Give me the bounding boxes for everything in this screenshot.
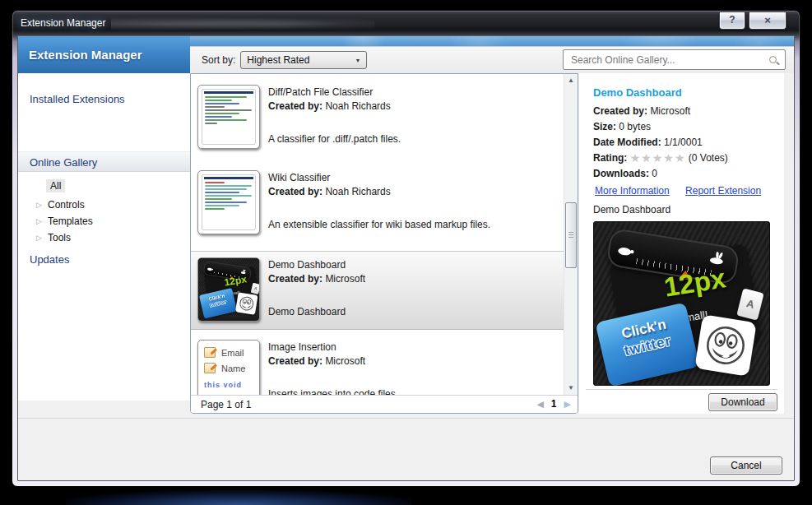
extension-list: Diff/Patch File Classifier Created by: N… — [190, 73, 578, 414]
more-information-link[interactable]: More Information — [595, 185, 670, 197]
details-date-modified: Date Modified: 1/1/0001 — [593, 137, 703, 148]
demo-dashboard-art: size 12px too small! A — [198, 258, 260, 318]
sort-dropdown-value: Highest Rated — [247, 54, 309, 66]
tree-item-all-label: All — [46, 179, 65, 192]
details-rating: Rating: ★★★★★ (0 Votes) — [593, 151, 728, 164]
field-pencil-icon — [204, 347, 216, 358]
help-icon: ? — [729, 14, 735, 25]
chevron-right-icon[interactable]: ▷ — [36, 197, 42, 212]
sidebar-item-installed-extensions[interactable]: Installed Extensions — [18, 90, 190, 109]
chevron-right-icon[interactable]: ▷ — [36, 214, 42, 229]
extension-list-rows: Diff/Patch File Classifier Created by: N… — [191, 74, 564, 395]
scroll-up-icon[interactable]: ▲ — [564, 74, 578, 87]
extension-author-line: Created by: Noah Richards — [268, 100, 391, 112]
header-brand: Extension Manager — [18, 36, 190, 73]
search-box[interactable] — [563, 49, 786, 70]
extension-preview-image: size 12px too small! A Click'n twitte — [593, 221, 770, 386]
smiley-card — [235, 292, 258, 315]
click-n-twitter-card: Click'n twitter — [595, 302, 699, 386]
download-button[interactable]: Download — [708, 393, 777, 411]
tree-item-controls[interactable]: ▷ Controls — [18, 197, 190, 212]
tree-item-all[interactable]: All — [18, 178, 190, 193]
scroll-down-icon[interactable]: ▼ — [564, 382, 578, 395]
tree-item-templates[interactable]: ▷ Templates — [18, 214, 190, 229]
list-item-wiki-classifier[interactable]: Wiki Classifier Created by: Noah Richard… — [191, 164, 564, 251]
thumb-email-label: Email — [221, 348, 244, 358]
sidebar-item-online-gallery[interactable]: Online Gallery — [18, 151, 190, 172]
sort-by-label: Sort by: — [202, 54, 235, 66]
list-item-image-insertion[interactable]: Email Name this void Image Insertion — [191, 334, 564, 395]
tree-item-templates-label: Templates — [48, 215, 93, 227]
page-title: Extension Manager — [29, 36, 142, 73]
created-by-label: Created by: — [268, 355, 322, 367]
smiley-icon — [701, 321, 749, 369]
details-title: Demo Dashboard — [593, 86, 682, 99]
extension-title: Image Insertion — [268, 341, 336, 353]
extension-thumbnail — [197, 170, 260, 234]
smiley-card — [694, 314, 757, 377]
extension-description: An extensible classifier for wiki based … — [268, 219, 490, 230]
votes-count: (0 Votes) — [689, 152, 728, 164]
details-downloads: Downloads: 0 — [593, 168, 657, 179]
list-item-demo-dashboard-selected[interactable]: size 12px too small! A — [191, 251, 564, 330]
turtle-icon — [616, 243, 636, 257]
footer-divider — [18, 418, 794, 419]
thumb-code-fragment: this void — [204, 381, 259, 389]
preview-caption: Demo Dashboard — [593, 204, 670, 215]
list-item-diff-patch-classifier[interactable]: Diff/Patch File Classifier Created by: N… — [191, 79, 564, 164]
next-page-icon[interactable]: ▶ — [564, 399, 571, 410]
scrollbar-grip — [568, 232, 573, 239]
extension-title: Wiki Classifier — [268, 172, 330, 183]
field-pencil-icon — [204, 363, 216, 373]
extension-description: A classifier for .diff/.patch files. — [268, 133, 401, 145]
details-panel: Demo Dashboard Created by: Microsoft Siz… — [579, 73, 784, 414]
art-a-badge: A — [251, 283, 260, 294]
list-scrollbar[interactable]: ▲ ▼ — [564, 74, 578, 395]
panel-divider — [586, 389, 777, 390]
tree-item-tools[interactable]: ▷ Tools — [18, 230, 190, 245]
tree-item-tools-label: Tools — [48, 232, 71, 243]
dialog-header: Extension Manager Sort by: Highest Rated… — [18, 36, 795, 73]
details-created-by: Created by: Microsoft — [593, 105, 690, 117]
extension-title: Demo Dashboard — [268, 259, 346, 271]
help-button[interactable]: ? — [719, 12, 745, 30]
extension-author-line: Created by: Noah Richards — [268, 186, 391, 197]
extension-author: Microsoft — [325, 355, 365, 367]
sort-dropdown[interactable]: Highest Rated ▼ — [240, 51, 367, 69]
thumb-name-label: Name — [221, 364, 245, 373]
created-by-label: Created by: — [268, 100, 322, 112]
chevron-right-icon[interactable]: ▷ — [36, 230, 42, 245]
page-number[interactable]: 1 — [551, 398, 557, 410]
click-n-twitter-card: Click'n twitter — [199, 288, 237, 318]
extension-manager-dialog: Extension Manager Sort by: Highest Rated… — [17, 35, 795, 481]
turtle-icon — [206, 266, 214, 271]
window-titlebar[interactable]: Extension Manager ? × — [12, 11, 800, 35]
created-by-label: Created by: — [268, 273, 322, 285]
scrollbar-thumb[interactable] — [565, 202, 577, 268]
details-links: More Information Report Extension — [595, 185, 774, 197]
extension-author-line: Created by: Microsoft — [268, 273, 365, 285]
extension-title: Diff/Patch File Classifier — [268, 86, 373, 98]
desktop-background: Extension Manager ? × Extension Manager … — [0, 0, 812, 505]
cancel-button[interactable]: Cancel — [710, 456, 782, 475]
extension-author: Noah Richards — [325, 100, 390, 112]
close-button[interactable]: × — [749, 12, 786, 30]
smiley-icon — [238, 294, 256, 313]
extension-author: Noah Richards — [325, 186, 390, 197]
report-extension-link[interactable]: Report Extension — [685, 185, 761, 197]
pagination-bar: Page 1 of 1 ◀ 1 ▶ — [191, 395, 578, 413]
details-size: Size: 0 bytes — [593, 121, 651, 132]
extension-thumbnail — [197, 85, 260, 149]
rating-stars-icon[interactable]: ★★★★★ — [630, 151, 686, 164]
search-input[interactable] — [569, 53, 763, 67]
created-by-label: Created by: — [268, 186, 322, 197]
previous-page-icon[interactable]: ◀ — [536, 399, 543, 410]
extension-author-line: Created by: Microsoft — [268, 355, 365, 367]
sidebar-item-updates[interactable]: Updates — [18, 251, 190, 269]
close-icon: × — [764, 14, 771, 26]
extension-description: Demo Dashboard — [268, 306, 346, 317]
extension-author: Microsoft — [325, 273, 365, 285]
chevron-down-icon: ▼ — [355, 58, 360, 63]
search-icon[interactable] — [768, 55, 779, 66]
extension-description: Inserts images into code files — [268, 388, 396, 395]
